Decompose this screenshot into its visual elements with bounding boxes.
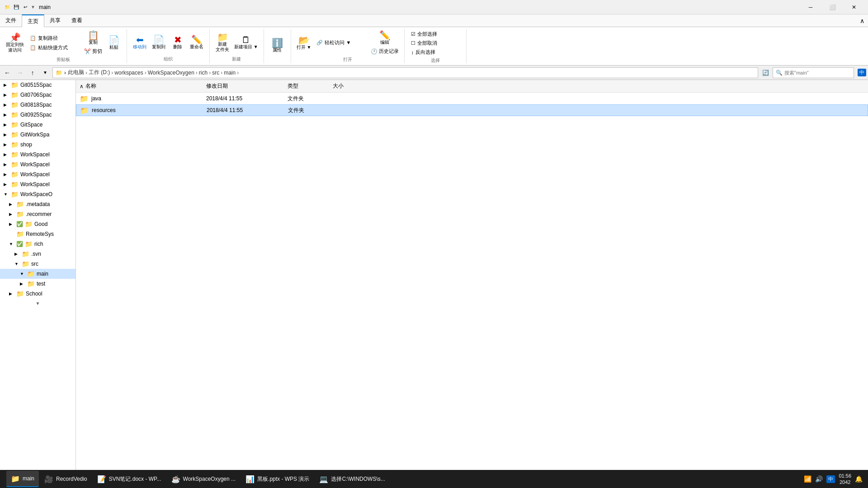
expand-icon[interactable]: ▶: [4, 182, 9, 187]
expand-icon[interactable]: ▶: [14, 252, 20, 256]
breadcrumb-rich[interactable]: rich: [199, 70, 208, 76]
tab-view[interactable]: 查看: [66, 14, 88, 27]
invert-selection-button[interactable]: ↕ 反向选择: [408, 48, 462, 56]
deselect-all-button[interactable]: ☐ 全部取消: [408, 39, 462, 47]
expand-icon[interactable]: ▶: [4, 103, 9, 107]
expand-icon[interactable]: ▶: [4, 132, 9, 137]
notification-icon[interactable]: 🔔: [855, 475, 863, 483]
breadcrumb-workspaces[interactable]: workspaces: [114, 70, 143, 76]
breadcrumb-main[interactable]: main: [224, 70, 236, 76]
sidebar-item-git0818[interactable]: ▶ 📁 Git0818Spac: [0, 100, 75, 110]
maximize-button[interactable]: ⬜: [822, 0, 843, 14]
pin-quick-access-button[interactable]: 📌 固定到快速访问: [4, 32, 26, 54]
close-button[interactable]: ✕: [844, 0, 864, 14]
expand-icon[interactable]: ▼: [9, 242, 14, 246]
expand-icon[interactable]: ▶: [4, 152, 9, 157]
ribbon-collapse-button[interactable]: ∧: [860, 17, 864, 24]
sidebar-item-rich[interactable]: ▼ ✅ 📁 rich: [0, 239, 75, 249]
history-button[interactable]: 🕐 历史记录: [369, 47, 401, 56]
tab-file[interactable]: 文件: [0, 14, 22, 27]
breadcrumb-this-pc[interactable]: 此电脑: [68, 69, 84, 76]
sidebar-item-git0706[interactable]: ▶ 📁 Git0706Spac: [0, 90, 75, 100]
sidebar-item-git0515[interactable]: ▶ 📁 Git0515Spac: [0, 80, 75, 90]
copy-to-button[interactable]: 📄 复制到: [150, 34, 168, 51]
rename-button[interactable]: ✏️ 重命名: [188, 34, 206, 51]
new-folder-button[interactable]: 📁 新建文件夹: [213, 32, 231, 53]
sidebar-item-test[interactable]: ▶ 📁 test: [0, 279, 75, 289]
taskbar-btn-main[interactable]: 📁 main: [6, 471, 39, 487]
sidebar-item-main[interactable]: ▼ 📁 main: [0, 269, 75, 279]
sidebar-item-workspace2[interactable]: ▶ 📁 WorkSpaceI: [0, 160, 75, 169]
sidebar-item-remotesys[interactable]: ▶ 📁 RemoteSys: [0, 229, 75, 239]
taskbar-btn-cmd[interactable]: 💻 选择C:\WINDOWS\s...: [315, 471, 389, 487]
expand-icon[interactable]: ▶: [4, 172, 9, 177]
expand-icon[interactable]: ▼: [14, 262, 20, 266]
sidebar-item-gitspace[interactable]: ▶ 📁 GitSpace: [0, 120, 75, 130]
edit-button[interactable]: ✏️ 编辑: [376, 30, 394, 46]
sidebar-item-recomm[interactable]: ▶ 📁 .recommer: [0, 209, 75, 219]
col-header-size[interactable]: 大小: [329, 82, 365, 90]
expand-icon[interactable]: ▶: [4, 122, 9, 127]
breadcrumb-drive[interactable]: 工作 (D:): [89, 69, 110, 76]
col-header-type[interactable]: 类型: [284, 82, 329, 90]
expand-icon[interactable]: ▼: [4, 192, 9, 197]
expand-icon[interactable]: ▶: [4, 93, 9, 97]
minimize-button[interactable]: ─: [800, 0, 821, 14]
up-button[interactable]: ↑: [27, 67, 38, 78]
expand-button[interactable]: ▼: [40, 67, 51, 78]
expand-icon[interactable]: ▶: [9, 222, 14, 226]
properties-button[interactable]: ℹ️ 属性: [268, 38, 286, 54]
search-box[interactable]: 🔍: [773, 67, 854, 78]
expand-icon[interactable]: ▶: [4, 83, 9, 87]
forward-button[interactable]: →: [14, 67, 25, 78]
search-input[interactable]: [784, 70, 851, 75]
tab-home[interactable]: 主页: [22, 14, 44, 27]
move-to-button[interactable]: ⬅ 移动到: [131, 34, 149, 51]
cut-button[interactable]: ✂️ 剪切: [82, 47, 104, 56]
sidebar-item-school[interactable]: ▶ 📁 School: [0, 289, 75, 299]
easy-access-button[interactable]: 🔗 轻松访问 ▼: [314, 38, 368, 47]
expand-icon[interactable]: ▶: [4, 113, 9, 117]
paste-shortcut-button[interactable]: 📋 粘贴快捷方式: [27, 43, 81, 52]
expand-icon[interactable]: ▶: [9, 291, 14, 296]
copy-path-button[interactable]: 📋 复制路径: [27, 34, 81, 42]
taskbar-btn-svn[interactable]: 📝 SVN笔记.docx - WP...: [93, 471, 166, 487]
paste-button[interactable]: 📄 粘贴: [105, 35, 123, 51]
sidebar-item-workspace3[interactable]: ▶ 📁 WorkSpaceI: [0, 169, 75, 179]
sidebar-item-workspace1[interactable]: ▶ 📁 WorkSpaceI: [0, 150, 75, 160]
sidebar-item-workspace4[interactable]: ▶ 📁 WorkSpaceI: [0, 179, 75, 189]
copy-button[interactable]: 📋 复制: [84, 30, 102, 46]
sidebar-item-workspace-oxygen[interactable]: ▼ 📁 WorkSpaceO: [0, 189, 75, 199]
select-all-button[interactable]: ☑ 全部选择: [408, 30, 462, 38]
sidebar-item-git0925[interactable]: ▶ 📁 Git0925Spac: [0, 110, 75, 120]
expand-icon[interactable]: ▶: [9, 202, 14, 206]
taskbar-btn-workspace[interactable]: ☕ WorkSpaceOxygen ...: [167, 471, 241, 487]
sidebar-item-src[interactable]: ▼ 📁 src: [0, 259, 75, 269]
expand-icon[interactable]: ▶: [20, 282, 25, 286]
clock[interactable]: 01:56 2042: [839, 473, 851, 486]
delete-button[interactable]: ✖ 删除: [169, 34, 187, 51]
tab-share[interactable]: 共享: [44, 14, 66, 27]
expand-icon[interactable]: ▶: [4, 142, 9, 147]
col-header-name[interactable]: ∧ 名称: [76, 82, 203, 90]
expand-icon[interactable]: ▼: [20, 272, 25, 276]
breadcrumb[interactable]: 📁 › 此电脑 › 工作 (D:) › workspaces › WorkSpa…: [52, 67, 758, 78]
sidebar-item-svn[interactable]: ▶ 📁 .svn: [0, 249, 75, 259]
col-header-date[interactable]: 修改日期: [203, 82, 284, 90]
sidebar-item-good[interactable]: ▶ ✅ 📁 Good: [0, 219, 75, 229]
refresh-button[interactable]: 🔄: [760, 67, 771, 78]
open-button[interactable]: 📂 打开 ▼: [295, 35, 313, 51]
sidebar-item-shop[interactable]: ▶ 📁 shop: [0, 140, 75, 150]
taskbar-btn-record[interactable]: 🎥 RecordVedio: [40, 471, 92, 487]
file-row-java[interactable]: 📁 java 2018/4/4 11:55 文件夹: [76, 93, 868, 104]
breadcrumb-workspace-oxygen[interactable]: WorkSpaceOxygen: [148, 70, 194, 76]
new-item-button[interactable]: 🗒 新建项目 ▼: [232, 34, 260, 51]
back-button[interactable]: ←: [2, 67, 13, 78]
expand-icon[interactable]: ▶: [9, 212, 14, 216]
sidebar-item-gitworkspace[interactable]: ▶ 📁 GitWorkSpa: [0, 130, 75, 140]
taskbar-btn-pptx[interactable]: 📊 黑板.pptx - WPS 演示: [241, 471, 314, 487]
expand-icon[interactable]: ▶: [4, 162, 9, 167]
breadcrumb-src[interactable]: src: [212, 70, 219, 76]
sidebar-item-metadata[interactable]: ▶ 📁 .metadata: [0, 199, 75, 209]
file-row-resources[interactable]: 📁 resources 2018/4/4 11:55 文件夹: [76, 104, 868, 116]
